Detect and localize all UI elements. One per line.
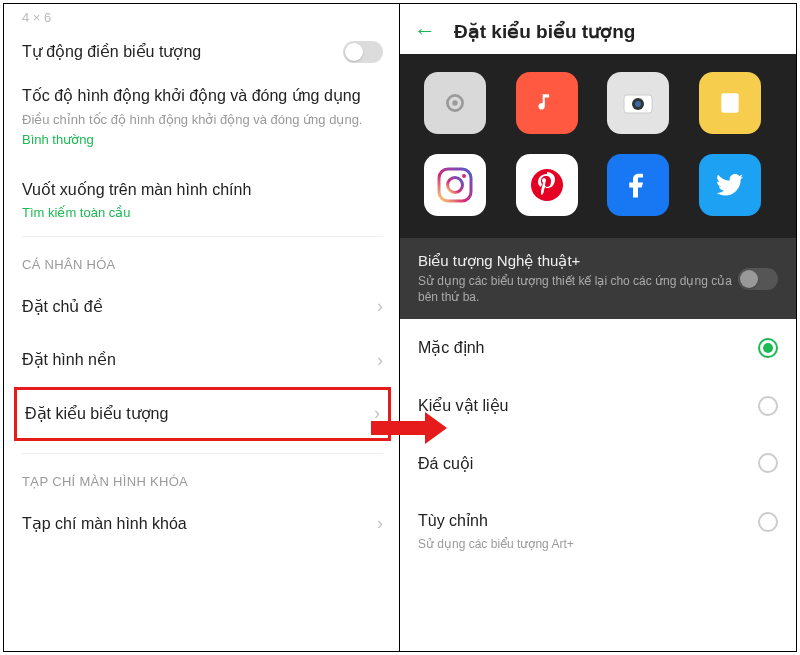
lockscreen-mag-label: Tạp chí màn hình khóa (22, 513, 187, 535)
swipe-value: Tìm kiếm toàn cầu (22, 205, 383, 220)
radio-unselected-icon[interactable] (758, 396, 778, 416)
swipe-title: Vuốt xuống trên màn hình chính (22, 179, 383, 201)
opt-default-label: Mặc định (418, 337, 484, 359)
set-icon-style-row[interactable]: Đặt kiểu biểu tượng › (14, 387, 391, 441)
panel-title: Đặt kiểu biểu tượng (454, 20, 635, 43)
section-personalization: CÁ NHÂN HÓA (4, 237, 401, 280)
set-wallpaper-row[interactable]: Đặt hình nền › (4, 333, 401, 387)
music-app-icon (516, 72, 578, 134)
pinterest-app-icon (516, 154, 578, 216)
set-wallpaper-label: Đặt hình nền (22, 349, 116, 371)
panel-header: ← Đặt kiểu biểu tượng (400, 4, 796, 54)
opt-custom-sub: Sử dụng các biểu tượng Art+ (418, 536, 778, 552)
swipe-down-row[interactable]: Vuốt xuống trên màn hình chính Tìm kiếm … (4, 163, 401, 236)
option-pebble[interactable]: Đá cuội (400, 435, 796, 493)
toggle-off-icon[interactable] (738, 268, 778, 290)
auto-fill-label: Tự động điền biểu tượng (22, 41, 343, 63)
chevron-right-icon: › (367, 350, 383, 371)
anim-value: Bình thường (22, 132, 383, 147)
opt-custom-label: Tùy chỉnh (418, 510, 778, 532)
icon-preview-area (400, 54, 796, 238)
toggle-off-icon[interactable] (343, 41, 383, 63)
art-icons-title: Biểu tượng Nghệ thuật+ (418, 252, 738, 270)
opt-pebble-label: Đá cuội (418, 453, 473, 475)
set-theme-row[interactable]: Đặt chủ đề › (4, 280, 401, 334)
svg-rect-6 (439, 169, 471, 201)
icon-style-panel: ← Đặt kiểu biểu tượng (399, 4, 796, 651)
svg-rect-5 (721, 93, 738, 113)
camera-app-icon (607, 72, 669, 134)
chevron-right-icon: › (367, 513, 383, 534)
section-lockscreen: TẠP CHÍ MÀN HÌNH KHÓA (4, 454, 401, 497)
art-icons-sub: Sử dụng các biểu tượng thiết kế lại cho … (418, 273, 738, 305)
facebook-app-icon (607, 154, 669, 216)
radio-selected-icon[interactable] (758, 338, 778, 358)
instagram-app-icon (424, 154, 486, 216)
option-material[interactable]: Kiểu vật liệu (400, 377, 796, 435)
radio-unselected-icon[interactable] (758, 453, 778, 473)
auto-fill-row[interactable]: Tự động điền biểu tượng (4, 25, 401, 79)
svg-point-1 (452, 100, 457, 105)
notes-app-icon (699, 72, 761, 134)
settings-app-icon (424, 72, 486, 134)
anim-title: Tốc độ hình động khởi động và đóng ứng d… (22, 85, 383, 107)
option-custom[interactable]: Tùy chỉnh Sử dụng các biểu tượng Art+ (400, 492, 796, 570)
tutorial-arrow-icon (371, 412, 447, 444)
art-icons-row[interactable]: Biểu tượng Nghệ thuật+ Sử dụng các biểu … (400, 238, 796, 319)
anim-speed-row[interactable]: Tốc độ hình động khởi động và đóng ứng d… (4, 79, 401, 163)
lockscreen-mag-row[interactable]: Tạp chí màn hình khóa › (4, 497, 401, 551)
svg-point-8 (462, 174, 466, 178)
twitter-app-icon (699, 154, 761, 216)
svg-point-7 (448, 178, 463, 193)
anim-sub: Điều chỉnh tốc độ hình động khởi động và… (22, 111, 383, 129)
svg-point-4 (635, 101, 641, 107)
set-theme-label: Đặt chủ đề (22, 296, 103, 318)
chevron-right-icon: › (367, 296, 383, 317)
set-icon-style-label: Đặt kiểu biểu tượng (25, 403, 168, 425)
option-default[interactable]: Mặc định (400, 319, 796, 377)
layout-crumb: 4 × 6 (4, 4, 401, 25)
settings-home-panel: 4 × 6 Tự động điền biểu tượng Tốc độ hìn… (4, 4, 401, 651)
back-arrow-icon[interactable]: ← (414, 18, 436, 44)
